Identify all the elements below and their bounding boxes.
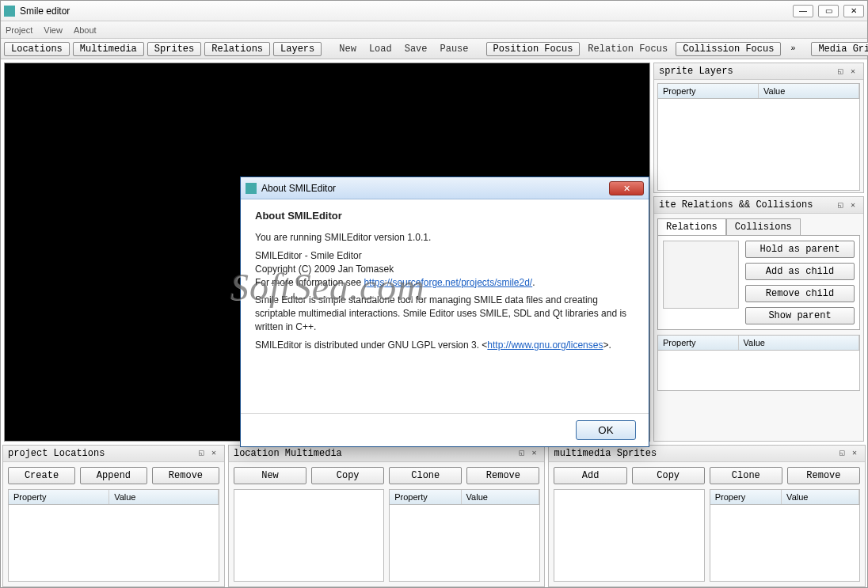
about-heading: About SMILEditor — [255, 209, 634, 223]
new-action[interactable]: New — [334, 44, 361, 55]
property-table[interactable]: Property Value — [657, 83, 860, 191]
menu-project[interactable]: Project — [6, 25, 32, 35]
maximize-button[interactable]: ▭ — [818, 5, 839, 17]
undock-icon[interactable]: ◱ — [516, 448, 527, 457]
window-title: Smile editor — [20, 6, 793, 17]
add-button[interactable]: Add — [554, 467, 626, 484]
project-locations-panel: project Locations ◱ ✕ Create Append Remo… — [2, 445, 225, 587]
dialog-close-button[interactable]: ✕ — [609, 181, 644, 195]
toolbar: Locations Multimedia Sprites Relations L… — [1, 39, 867, 59]
about-license-post: >. — [603, 340, 611, 351]
close-icon[interactable]: ✕ — [849, 448, 860, 457]
app-icon — [4, 6, 15, 17]
collision-focus-button[interactable]: Collission Focus — [676, 42, 781, 56]
panel-title: sprite Layers — [659, 66, 833, 77]
list[interactable] — [234, 489, 384, 582]
bottom-row: project Locations ◱ ✕ Create Append Remo… — [1, 445, 867, 587]
relations-button[interactable]: Relations — [204, 42, 270, 56]
titlebar: Smile editor — ▭ ✕ — [1, 1, 867, 21]
property-table[interactable]: Propery Value — [710, 489, 860, 582]
undock-icon[interactable]: ◱ — [835, 66, 846, 76]
about-description: Smile Editor is simple standalone tool f… — [255, 294, 634, 333]
sprite-layers-panel: sprite Layers ◱ ✕ Property Value — [653, 63, 864, 193]
load-action[interactable]: Load — [364, 44, 397, 55]
append-button[interactable]: Append — [80, 467, 147, 484]
multimedia-sprites-panel: multimedia Sprites ◱ ✕ Add Copy Clone Re… — [548, 445, 866, 587]
minimize-button[interactable]: — — [793, 5, 813, 17]
tab-collisions[interactable]: Collisions — [726, 218, 801, 235]
col-value: Value — [739, 336, 859, 350]
col-property: Property — [658, 336, 739, 350]
about-name: SMILEditor - Smile Editor — [255, 250, 362, 261]
close-icon[interactable]: ✕ — [208, 448, 219, 457]
about-license-link[interactable]: http://www.gnu.org/licenses — [487, 340, 603, 351]
toolbar-expand-icon[interactable]: » — [787, 44, 798, 53]
remove-button[interactable]: Remove — [787, 467, 860, 484]
undock-icon[interactable]: ◱ — [836, 448, 847, 457]
copy-button[interactable]: Copy — [311, 467, 384, 484]
about-project-link[interactable]: https://sourceforge.net/projects/smile2d… — [364, 277, 532, 288]
create-button[interactable]: Create — [8, 467, 75, 484]
remove-child-button[interactable]: Remove child — [745, 285, 855, 302]
menubar: Project View About — [1, 21, 867, 39]
close-button[interactable]: ✕ — [843, 5, 864, 17]
dialog-title: About SMILEditor — [261, 183, 609, 194]
menu-about[interactable]: About — [74, 25, 97, 35]
about-version: You are running SMILEditor version 1.0.1… — [255, 231, 634, 245]
media-grid-button[interactable]: Media Grid — [811, 42, 868, 56]
col-property: Property — [658, 84, 759, 98]
about-copyright: Copyright (C) 2009 Jan Tomasek — [255, 264, 394, 275]
clone-button[interactable]: Clone — [389, 467, 462, 484]
close-icon[interactable]: ✕ — [528, 448, 539, 457]
col-property: Property — [9, 490, 109, 504]
tab-relations[interactable]: Relations — [657, 218, 726, 235]
location-multimedia-panel: location Multimedia ◱ ✕ New Copy Clone R… — [228, 445, 546, 587]
pause-action[interactable]: Pause — [436, 44, 474, 55]
property-table[interactable]: Property Value — [389, 489, 539, 582]
panel-title: ite Relations && Collisions — [659, 199, 833, 211]
new-button[interactable]: New — [234, 467, 306, 484]
clone-button[interactable]: Clone — [710, 467, 782, 484]
col-property: Property — [390, 490, 461, 504]
copy-button[interactable]: Copy — [632, 467, 705, 484]
save-action[interactable]: Save — [400, 44, 432, 55]
hold-parent-button[interactable]: Hold as parent — [745, 241, 855, 258]
col-value: Value — [759, 84, 859, 98]
app-icon — [246, 183, 257, 194]
undock-icon[interactable]: ◱ — [196, 448, 207, 457]
relations-body: Hold as parent Add as child Remove child… — [657, 235, 860, 330]
about-dialog: About SMILEditor ✕ About SMILEditor You … — [240, 176, 649, 447]
close-icon[interactable]: ✕ — [847, 66, 858, 76]
col-value: Value — [109, 490, 219, 504]
relations-collisions-panel: ite Relations && Collisions ◱ ✕ Relation… — [653, 196, 864, 442]
col-value: Value — [782, 490, 859, 504]
remove-button[interactable]: Remove — [152, 467, 219, 484]
dialog-titlebar[interactable]: About SMILEditor ✕ — [241, 177, 649, 199]
locations-button[interactable]: Locations — [4, 42, 70, 56]
multimedia-button[interactable]: Multimedia — [73, 42, 144, 56]
close-icon[interactable]: ✕ — [847, 200, 858, 210]
undock-icon[interactable]: ◱ — [835, 200, 846, 210]
show-parent-button[interactable]: Show parent — [745, 307, 855, 324]
menu-view[interactable]: View — [44, 25, 63, 35]
right-column: sprite Layers ◱ ✕ Property Value — [653, 59, 867, 445]
panel-title: location Multimedia — [234, 448, 515, 459]
relation-focus-label[interactable]: Relation Focus — [583, 44, 672, 55]
layers-button[interactable]: Layers — [273, 42, 322, 56]
property-table[interactable]: Property Value — [657, 335, 860, 391]
add-child-button[interactable]: Add as child — [745, 263, 855, 280]
about-info-pre: For more information see — [255, 277, 364, 288]
position-focus-button[interactable]: Position Focus — [486, 42, 581, 56]
remove-button[interactable]: Remove — [466, 467, 539, 484]
list[interactable] — [554, 489, 704, 582]
preview-box — [663, 241, 739, 309]
dialog-body: About SMILEditor You are running SMILEdi… — [241, 199, 649, 413]
sprites-button[interactable]: Sprites — [147, 42, 201, 56]
property-table[interactable]: Property Value — [8, 489, 219, 582]
ok-button[interactable]: OK — [576, 420, 636, 440]
panel-title: project Locations — [8, 448, 194, 459]
col-property: Propery — [710, 490, 782, 504]
panel-title: multimedia Sprites — [554, 448, 835, 459]
col-value: Value — [462, 490, 539, 504]
about-license-pre: SMILEditor is distributed under GNU LGPL… — [255, 340, 487, 351]
